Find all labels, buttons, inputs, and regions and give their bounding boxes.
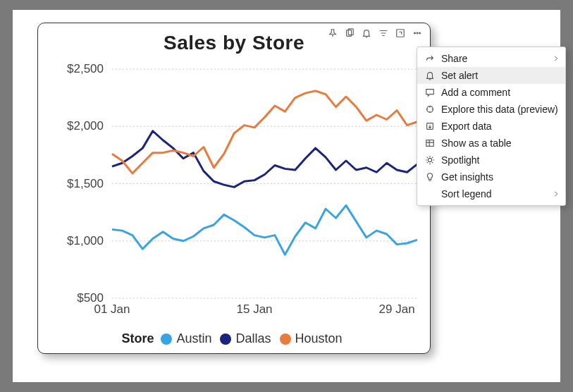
svg-rect-13 (426, 140, 434, 147)
svg-point-14 (428, 158, 431, 161)
svg-point-5 (419, 32, 421, 34)
svg-point-4 (417, 32, 418, 34)
context-menu: ShareSet alertAdd a commentExplore this … (417, 47, 566, 206)
y-tick-label: $2,000 (67, 119, 104, 133)
chevron-right-icon (553, 188, 560, 200)
menu-item-label: Export data (441, 121, 492, 132)
menu-item-label: Spotlight (441, 154, 479, 166)
menu-item-get-insights[interactable]: Get insights (417, 169, 565, 185)
more-icon[interactable] (410, 26, 424, 40)
menu-item-label: Show as a table (441, 137, 512, 149)
menu-item-explore-this-data-preview[interactable]: Explore this data (preview) (417, 101, 565, 118)
menu-item-show-as-a-table[interactable]: Show as a table (417, 135, 565, 152)
bulb-icon (424, 171, 436, 183)
x-tick-label: 01 Jan (94, 302, 130, 316)
menu-item-label: Sort legend (441, 188, 492, 200)
spotlight-icon (424, 154, 436, 166)
menu-item-share[interactable]: Share (417, 50, 565, 67)
card-toolbar (326, 26, 424, 40)
chevron-right-icon (553, 53, 560, 64)
menu-item-add-a-comment[interactable]: Add a comment (417, 84, 565, 101)
bell-icon (424, 70, 436, 81)
bell-icon[interactable] (359, 26, 374, 40)
menu-item-spotlight[interactable]: Spotlight (417, 152, 565, 169)
x-tick-label: 29 Jan (379, 302, 415, 316)
filter-icon[interactable] (376, 26, 390, 40)
legend-item-dallas: Dallas (220, 331, 271, 346)
menu-item-label: Explore this data (preview) (441, 104, 558, 115)
export-icon (424, 121, 436, 132)
series-line-austin (112, 205, 417, 255)
menu-item-label: Set alert (441, 70, 478, 81)
menu-item-sort-legend[interactable]: Sort legend (417, 185, 565, 202)
chart-card: Sales by Store $2,500$2,000$1,500$1,000$… (37, 23, 431, 354)
svg-point-3 (414, 32, 416, 34)
blank-icon (424, 188, 436, 200)
y-tick-label: $2,500 (67, 62, 104, 75)
copy-icon[interactable] (343, 26, 357, 40)
pin-icon[interactable] (326, 26, 340, 40)
chart-plot-area: $2,500$2,000$1,500$1,000$50001 Jan15 Jan… (45, 62, 424, 316)
menu-item-label: Get insights (441, 171, 493, 183)
menu-item-set-alert[interactable]: Set alert (417, 67, 565, 84)
x-tick-label: 15 Jan (237, 302, 273, 316)
legend-item-houston: Houston (280, 331, 343, 346)
y-tick-label: $1,500 (67, 177, 104, 190)
legend-title: Store (121, 331, 154, 346)
series-line-dallas (112, 131, 417, 188)
menu-item-label: Share (441, 53, 467, 64)
legend-item-austin: Austin (161, 331, 211, 346)
series-line-houston (112, 91, 417, 173)
chart-legend: Store Austin Dallas Houston (38, 331, 430, 346)
comment-icon (424, 87, 436, 98)
explore-icon (424, 104, 436, 115)
menu-item-export-data[interactable]: Export data (417, 118, 565, 135)
y-tick-label: $1,000 (67, 234, 104, 247)
table-icon (424, 137, 436, 149)
menu-item-label: Add a comment (441, 87, 510, 98)
svg-rect-2 (397, 30, 405, 37)
focus-icon[interactable] (393, 26, 407, 40)
share-icon (424, 53, 436, 64)
